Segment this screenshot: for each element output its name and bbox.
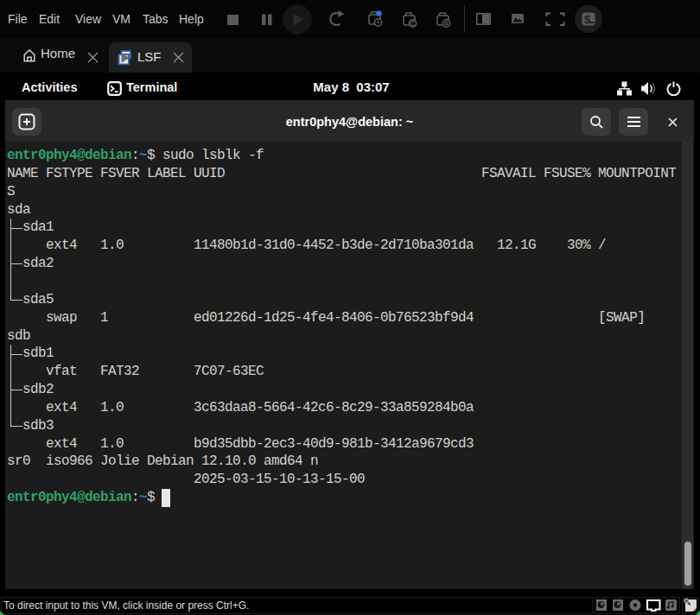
svg-text:$: $ bbox=[584, 14, 591, 27]
